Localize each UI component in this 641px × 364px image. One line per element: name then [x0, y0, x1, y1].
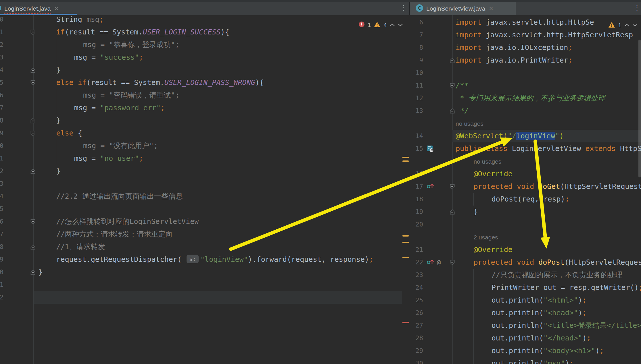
- code-line[interactable]: 9import java.io.PrintWriter;: [410, 54, 641, 67]
- warning-stripe-mark[interactable]: [402, 257, 409, 258]
- error-stripe-mark[interactable]: [402, 322, 409, 323]
- code-line[interactable]: 21@Override: [410, 243, 641, 256]
- code-line[interactable]: 13*/: [410, 104, 641, 117]
- code-line[interactable]: 6msg = "密码错误，请重试";: [0, 89, 409, 102]
- fold-end-icon[interactable]: [450, 58, 455, 64]
- code-line[interactable]: 0msg = "没有此用户";: [0, 140, 409, 152]
- editor-loginservlet[interactable]: 0String msg;1if(result == System.USER_LO…: [0, 15, 409, 364]
- code-line[interactable]: 0String msg;: [0, 15, 409, 26]
- inspection-widget[interactable]: 1 4: [356, 20, 405, 30]
- code-line[interactable]: 8import java.io.IOException;: [410, 41, 641, 54]
- fold-end-icon[interactable]: [450, 108, 455, 115]
- code-line[interactable]: 4//2.2 通过输出流向页面输出一些信息: [0, 190, 409, 203]
- warning-stripe-mark[interactable]: [402, 160, 409, 162]
- inlay-hint-line[interactable]: 2 usages: [410, 231, 641, 243]
- code-line[interactable]: 8//1、请求转发: [0, 241, 409, 253]
- code-segment: ;: [568, 56, 572, 64]
- code-line[interactable]: 15public class LoginServletView extends …: [410, 142, 641, 155]
- fold-end-icon[interactable]: [30, 270, 35, 276]
- code-line[interactable]: 27out.println("<title>登录结果</title>");: [410, 319, 641, 332]
- fold-collapse-icon[interactable]: [30, 131, 35, 137]
- code-line[interactable]: 2}: [0, 165, 409, 177]
- kebab-menu-icon[interactable]: ⋮: [400, 3, 405, 12]
- usages-hint[interactable]: no usages: [456, 120, 483, 127]
- tab-loginservletview-java[interactable]: C LoginServletView.java ✕: [410, 2, 516, 15]
- chevron-up-icon[interactable]: [390, 22, 395, 28]
- fold-collapse-icon[interactable]: [30, 30, 35, 36]
- code-line[interactable]: 7import javax.servlet.http.HttpServletRe…: [410, 29, 641, 41]
- navigate-related-icon[interactable]: [427, 145, 434, 154]
- warning-stripe-mark[interactable]: [402, 157, 409, 158]
- code-line[interactable]: 26out.println("<head>");: [410, 307, 641, 319]
- kebab-menu-icon[interactable]: ⋮: [634, 3, 639, 12]
- fold-end-icon[interactable]: [30, 118, 35, 125]
- warning-stripe-mark[interactable]: [402, 235, 409, 237]
- code-line[interactable]: 12 * 专门用来展示结果的，不参与业务逻辑处理: [410, 92, 641, 104]
- code-line[interactable]: 29out.println("<body><h1>");: [410, 344, 641, 357]
- code-line[interactable]: 2msg = "恭喜你，登录成功";: [0, 38, 409, 51]
- code-line[interactable]: 1: [0, 278, 409, 291]
- code-line[interactable]: 3: [0, 177, 409, 190]
- code-line[interactable]: 1if(result == System.USER_LOGIN_SUCCESS)…: [0, 26, 409, 38]
- fold-end-icon[interactable]: [450, 209, 455, 216]
- code-line[interactable]: 9else {: [0, 127, 409, 140]
- fold-collapse-icon[interactable]: [30, 219, 35, 226]
- class-icon: C: [0, 4, 2, 13]
- parameter-hint-chip[interactable]: s:: [187, 255, 199, 263]
- code-line[interactable]: 30out.println("msg");: [410, 357, 641, 364]
- code-line[interactable]: 19}: [410, 206, 641, 218]
- code-line[interactable]: 7//两种方式：请求转发；请求重定向: [0, 228, 409, 241]
- tab-loginservlet-java[interactable]: C LoginServlet.java ✕: [0, 2, 78, 15]
- code-segment: out.println(: [492, 309, 544, 317]
- chevron-down-icon[interactable]: [398, 22, 403, 28]
- code-line[interactable]: 5else if(result == System.USER_LOGIN_PAS…: [0, 76, 409, 89]
- code-line[interactable]: 14@WebServlet("/loginView"): [410, 130, 641, 142]
- fold-collapse-icon[interactable]: [30, 80, 35, 87]
- annotation-at-icon[interactable]: @: [437, 259, 441, 266]
- code-line[interactable]: 22@protected void doPost(HttpServletRequ…: [410, 256, 641, 269]
- fold-collapse-icon[interactable]: [450, 83, 455, 90]
- close-icon[interactable]: ✕: [54, 5, 59, 12]
- override-method-icon[interactable]: [427, 259, 435, 266]
- code-line[interactable]: 23//只负责视图的展示，不负责业务的处理: [410, 269, 641, 281]
- code-line[interactable]: 0}: [0, 266, 409, 278]
- inlay-hint-line[interactable]: no usages: [410, 117, 641, 130]
- fold-end-icon[interactable]: [30, 67, 35, 74]
- code-line[interactable]: 24PrintWriter out = resp.getWriter();: [410, 281, 641, 294]
- inspection-widget[interactable]: 1: [606, 20, 640, 30]
- warning-stripe-mark[interactable]: [402, 242, 409, 243]
- code-line[interactable]: 2: [0, 291, 409, 304]
- code-line[interactable]: 20: [410, 218, 641, 231]
- line-number: 20: [410, 218, 423, 231]
- fold-collapse-icon[interactable]: [450, 184, 455, 191]
- code-line[interactable]: 3msg = "success";: [0, 51, 409, 64]
- scrollbar-thumb[interactable]: [638, 40, 641, 177]
- code-line[interactable]: 6//怎么样跳转到对应的LoginServletView: [0, 215, 409, 228]
- usages-hint[interactable]: 2 usages: [473, 234, 498, 241]
- inlay-hint-line[interactable]: no usages: [410, 155, 641, 168]
- code-line[interactable]: 11/**: [410, 79, 641, 92]
- fold-end-icon[interactable]: [30, 169, 35, 175]
- override-method-icon[interactable]: [427, 183, 435, 190]
- close-icon[interactable]: ✕: [489, 5, 493, 12]
- editor-loginservletview[interactable]: 6import javax.servlet.http.HttpSe7import…: [410, 15, 641, 364]
- code-line[interactable]: 8}: [0, 114, 409, 127]
- code-line[interactable]: 18doPost(req, resp);: [410, 193, 641, 206]
- code-line[interactable]: 28out.println("</head>");: [410, 332, 641, 344]
- code-line[interactable]: 4}: [0, 64, 409, 76]
- fold-end-icon[interactable]: [30, 244, 35, 251]
- chevron-down-icon[interactable]: [632, 23, 638, 28]
- code-segment: msg = "没有此用户";: [83, 142, 158, 150]
- code-line[interactable]: 9request.getRequestDispatcher( s:"loginV…: [0, 253, 409, 266]
- usages-hint[interactable]: no usages: [473, 158, 501, 165]
- code-segment: }: [473, 208, 478, 216]
- code-line[interactable]: 5: [0, 203, 409, 215]
- code-line[interactable]: 16@Override: [410, 168, 641, 180]
- code-line[interactable]: 10: [410, 67, 641, 79]
- chevron-up-icon[interactable]: [624, 23, 630, 28]
- code-line[interactable]: 1msg = "no user";: [0, 152, 409, 165]
- code-line[interactable]: 25out.println("<html>");: [410, 294, 641, 307]
- fold-collapse-icon[interactable]: [450, 260, 455, 266]
- code-line[interactable]: 7msg = "password err";: [0, 102, 409, 114]
- code-line[interactable]: 17protected void doGet(HttpServletReques…: [410, 180, 641, 193]
